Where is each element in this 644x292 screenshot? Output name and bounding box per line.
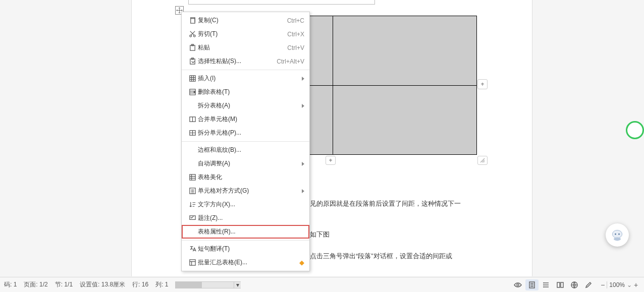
menu-item-copy[interactable]: 复制(C) Ctrl+C xyxy=(182,14,309,27)
outline-view-icon xyxy=(542,281,550,289)
menu-label: 表格美化 xyxy=(198,173,304,182)
svg-point-6 xyxy=(193,35,195,37)
eye-protection-button[interactable] xyxy=(511,279,524,290)
menu-item-autofit[interactable]: 自动调整(A) xyxy=(182,157,309,170)
svg-rect-4 xyxy=(190,19,194,23)
menu-label: 合并单元格(M) xyxy=(198,115,304,124)
menu-label: 粘贴 xyxy=(198,43,287,52)
menu-item-delete-table[interactable]: 删除表格(T) xyxy=(182,85,309,99)
pencil-icon xyxy=(584,281,593,289)
submenu-arrow-icon xyxy=(302,104,304,108)
menu-separator xyxy=(182,240,309,241)
zoom-control: − 100% ⌄ + xyxy=(599,281,640,289)
zoom-in-button[interactable]: + xyxy=(632,281,640,289)
svg-rect-18 xyxy=(189,260,195,265)
menu-label: 文字方向(X)... xyxy=(198,200,304,209)
paragraph-text: 点击三角号弹出“段落”对话框，设置合适的间距或 xyxy=(310,251,452,262)
status-bar: 码: 1 页面: 1/2 节: 1/1 设置值: 13.8厘米 行: 16 列:… xyxy=(0,277,644,292)
menu-label: 边框和底纹(B)... xyxy=(198,146,304,154)
menu-item-split-cells[interactable]: 拆分单元格(P)... xyxy=(182,126,309,140)
add-row-button[interactable]: + xyxy=(326,156,336,165)
add-column-button[interactable]: + xyxy=(477,79,488,89)
status-page-number[interactable]: 码: 1 xyxy=(4,280,17,289)
menu-item-paste-special[interactable]: 选择性粘贴(S)... Ctrl+Alt+V xyxy=(182,54,309,68)
svg-point-2 xyxy=(618,233,620,235)
menu-item-cut[interactable]: 剪切(T) Ctrl+X xyxy=(182,27,309,41)
menu-item-merge-cells[interactable]: 合并单元格(M) xyxy=(182,112,309,126)
menu-item-split-table[interactable]: 拆分表格(A) xyxy=(182,99,309,112)
resize-icon xyxy=(480,158,485,163)
status-page-range[interactable]: 页面: 1/2 xyxy=(24,280,47,289)
paragraph-text: 见的原因就是在段落前后设置了间距，这种情况下一 xyxy=(310,199,461,209)
horizontal-scrollbar[interactable]: ▾ xyxy=(175,281,241,288)
status-row[interactable]: 行: 16 xyxy=(132,280,148,289)
status-setting-value[interactable]: 设置值: 13.8厘米 xyxy=(80,280,125,289)
document-viewport: + + 见的原因就是在段落前后设置了间距，这种情况下一 如下图 点击三角号弹出“… xyxy=(0,0,644,277)
assistant-floating-button[interactable] xyxy=(606,223,629,247)
menu-label: 题注(Z)... xyxy=(198,214,304,222)
menu-item-insert[interactable]: 插入(I) xyxy=(182,72,309,85)
view-outline-button[interactable] xyxy=(540,279,553,290)
svg-point-3 xyxy=(614,237,621,241)
menu-shortcut: Ctrl+C xyxy=(287,17,304,24)
eye-icon xyxy=(514,281,522,289)
svg-rect-11 xyxy=(189,76,195,81)
menu-label: 删除表格(T) xyxy=(198,88,304,96)
split-cells-icon xyxy=(187,129,198,137)
zoom-value[interactable]: 100% xyxy=(607,281,627,288)
submenu-arrow-icon xyxy=(302,162,304,166)
scrollbar-arrow[interactable]: ▾ xyxy=(234,282,241,288)
text-direction-icon xyxy=(187,201,198,208)
menu-item-translate[interactable]: 短句翻译(T) xyxy=(182,242,309,256)
assistant-icon xyxy=(610,228,624,242)
paste-icon xyxy=(187,44,198,51)
menu-label: 表格属性(R)... xyxy=(198,227,304,236)
delete-table-icon xyxy=(187,88,198,96)
zoom-out-button[interactable]: − xyxy=(599,281,607,289)
svg-point-0 xyxy=(612,230,622,238)
menu-label: 单元格对齐方式(G) xyxy=(198,187,304,195)
caption-icon xyxy=(187,214,198,222)
menu-item-borders[interactable]: 边框和底纹(B)... xyxy=(182,143,309,157)
zoom-dropdown-button[interactable]: ⌄ xyxy=(627,281,632,288)
table-resize-handle[interactable] xyxy=(477,156,488,165)
svg-rect-17 xyxy=(189,216,195,220)
merge-cells-icon xyxy=(187,115,198,123)
paste-special-icon xyxy=(187,57,198,65)
copy-icon xyxy=(187,17,198,24)
menu-label: 拆分表格(A) xyxy=(198,101,304,110)
svg-point-5 xyxy=(189,35,191,37)
toolbar-fragment xyxy=(188,0,375,5)
view-web-button[interactable] xyxy=(568,279,581,290)
svg-point-19 xyxy=(517,284,519,286)
page-view-icon xyxy=(528,281,536,289)
submenu-arrow-icon xyxy=(302,189,304,193)
scrollbar-thumb[interactable] xyxy=(176,282,201,288)
translate-icon xyxy=(187,245,198,253)
menu-item-batch-summary[interactable]: 批量汇总表格(E)... ◆ xyxy=(182,256,309,269)
menu-item-beautify[interactable]: 表格美化 xyxy=(182,170,309,184)
menu-label: 复制(C) xyxy=(198,16,287,25)
view-page-button[interactable] xyxy=(525,279,539,290)
premium-icon: ◆ xyxy=(299,259,304,266)
menu-item-text-direction[interactable]: 文字方向(X)... xyxy=(182,198,309,211)
beautify-icon xyxy=(187,173,198,181)
menu-item-cell-align[interactable]: 单元格对齐方式(G) xyxy=(182,184,309,198)
edit-mode-button[interactable] xyxy=(582,279,595,290)
status-ring-icon[interactable] xyxy=(626,121,644,139)
cut-icon xyxy=(187,30,198,38)
reading-view-icon xyxy=(556,281,564,289)
menu-label: 选择性粘贴(S)... xyxy=(198,57,277,66)
menu-item-paste[interactable]: 粘贴 Ctrl+V xyxy=(182,41,309,54)
menu-label: 拆分单元格(P)... xyxy=(198,129,304,137)
status-column[interactable]: 列: 1 xyxy=(155,280,168,289)
view-reading-button[interactable] xyxy=(554,279,567,290)
menu-item-table-properties[interactable]: 表格属性(R)... xyxy=(182,225,309,239)
summary-icon xyxy=(187,259,198,266)
web-view-icon xyxy=(570,281,578,289)
menu-shortcut: Ctrl+Alt+V xyxy=(277,58,304,65)
status-section[interactable]: 节: 1/1 xyxy=(55,280,73,289)
menu-shortcut: Ctrl+V xyxy=(287,44,304,51)
menu-item-caption[interactable]: 题注(Z)... xyxy=(182,211,309,225)
menu-separator xyxy=(182,141,309,142)
